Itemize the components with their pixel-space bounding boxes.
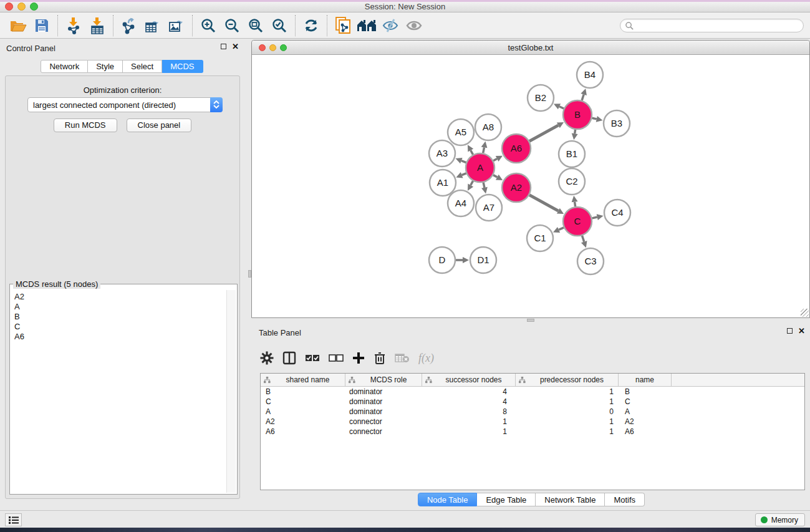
table-row[interactable]: Cdominator41C <box>261 397 804 407</box>
column-header-shared-name[interactable]: shared name <box>261 374 345 386</box>
cell: 4 <box>422 397 516 406</box>
select-all-rows-icon[interactable] <box>305 353 320 363</box>
deselect-all-rows-icon[interactable] <box>329 353 344 363</box>
window-resize-grip[interactable] <box>801 309 809 317</box>
zoom-out-icon[interactable] <box>220 15 244 36</box>
search-input[interactable] <box>634 20 803 31</box>
zoom-fit-icon[interactable] <box>244 15 268 36</box>
mcds-result-item[interactable]: A <box>14 302 226 312</box>
edge-A-A4[interactable] <box>471 181 473 185</box>
show-all-icon[interactable] <box>402 15 426 36</box>
edge-A-A3[interactable] <box>461 161 466 163</box>
column-header-MCDS-role[interactable]: MCDS role <box>345 374 422 386</box>
cell: A <box>261 407 345 416</box>
column-header-successor-nodes[interactable]: successor nodes <box>422 374 516 386</box>
control-panel-tabs: NetworkStyleSelectMCDS <box>0 60 244 73</box>
minimize-traffic-light[interactable] <box>17 2 26 11</box>
network-maximize-traffic-light[interactable] <box>280 44 287 51</box>
import-network-icon[interactable] <box>62 15 85 36</box>
mcds-result-item[interactable]: A2 <box>14 292 226 302</box>
edge-A-A7[interactable] <box>483 182 485 187</box>
column-settings-gear-icon[interactable] <box>260 351 274 365</box>
tab-edge-table[interactable]: Edge Table <box>477 493 536 506</box>
edge-B-B1[interactable] <box>575 130 576 134</box>
edge-A-A2[interactable] <box>493 175 497 177</box>
mcds-result-item[interactable]: A6 <box>14 332 226 342</box>
mcds-result-list[interactable]: A2ABCA6 <box>11 290 226 493</box>
delete-table-icon[interactable] <box>395 352 410 364</box>
table-row[interactable]: Bdominator41B <box>261 387 804 397</box>
float-panel-icon[interactable] <box>221 44 226 49</box>
edge-C-C1[interactable] <box>559 228 564 230</box>
delete-column-icon[interactable] <box>374 351 386 365</box>
export-image-icon[interactable] <box>165 15 188 36</box>
table-row[interactable]: A2connector11A2 <box>261 417 804 427</box>
column-header-predecessor-nodes[interactable]: predecessor nodes <box>516 374 619 386</box>
mcds-result-groupbox: MCDS result (5 nodes) A2ABCA6 <box>9 284 238 495</box>
edge-A-A8[interactable] <box>483 147 485 153</box>
hide-selected-icon[interactable] <box>378 15 402 36</box>
tab-motifs[interactable]: Motifs <box>605 493 645 506</box>
show-panels-menu-button[interactable] <box>5 513 22 526</box>
close-traffic-light[interactable] <box>5 2 13 11</box>
run-mcds-button[interactable]: Run MCDS <box>54 118 117 132</box>
edge-B-B4[interactable] <box>582 94 584 100</box>
node-table[interactable]: shared nameMCDS rolesuccessor nodesprede… <box>260 373 805 490</box>
close-table-panel-icon[interactable]: ✕ <box>798 327 805 334</box>
network-close-traffic-light[interactable] <box>259 44 266 51</box>
show-column-icon[interactable] <box>282 351 296 365</box>
mcds-result-item[interactable]: C <box>14 322 226 332</box>
table-row[interactable]: Adominator80A <box>261 407 804 417</box>
column-header-name[interactable]: name <box>619 374 672 386</box>
edge-C-C4[interactable] <box>592 217 597 218</box>
table-row[interactable]: A6connector11A6 <box>261 427 804 437</box>
mcds-result-item[interactable]: B <box>14 312 226 322</box>
edge-A6-B[interactable] <box>529 125 558 142</box>
first-neighbors-icon[interactable] <box>355 15 378 36</box>
network-minimize-traffic-light[interactable] <box>269 44 276 51</box>
edge-A-A6[interactable] <box>493 158 497 160</box>
new-network-from-selection-icon[interactable] <box>331 15 355 36</box>
zoom-selected-icon[interactable] <box>268 15 291 36</box>
horizontal-scroll-thumb[interactable] <box>527 319 534 322</box>
node-label-B: B <box>574 109 581 120</box>
tab-network[interactable]: Network <box>41 60 88 73</box>
edge-B-B2[interactable] <box>559 107 564 109</box>
open-session-icon[interactable] <box>6 15 30 36</box>
edge-A2-C[interactable] <box>529 195 558 211</box>
edge-C-C2[interactable] <box>575 202 576 207</box>
export-network-icon[interactable] <box>117 15 141 36</box>
network-canvas[interactable]: B4B2BB3A5A8A6A3B1AA1C2A2A4A7C4CC1DD1C3 <box>252 55 809 317</box>
maximize-traffic-light[interactable] <box>30 2 38 11</box>
criterion-select[interactable]: largest connected component (directed) <box>27 97 223 112</box>
mcds-result-scrollbar[interactable] <box>226 290 236 493</box>
tab-node-table[interactable]: Node Table <box>418 493 478 506</box>
close-panel-button[interactable]: Close panel <box>127 118 192 132</box>
tab-network-table[interactable]: Network Table <box>536 493 605 506</box>
window-title: Session: New Session <box>0 0 810 13</box>
node-label-B1: B1 <box>566 148 577 159</box>
edge-C-C3[interactable] <box>582 236 584 242</box>
tab-select[interactable]: Select <box>123 60 162 73</box>
table-panel: Table Panel ✕ f(x) shared nameMCDS roles… <box>253 324 810 508</box>
save-session-icon[interactable] <box>30 15 54 36</box>
network-window-titlebar[interactable]: testGlobe.txt <box>252 41 809 55</box>
function-builder-fx[interactable]: f(x) <box>418 352 434 365</box>
tab-mcds[interactable]: MCDS <box>162 60 203 73</box>
import-table-icon[interactable] <box>85 15 109 36</box>
vertical-scroll-thumb[interactable] <box>248 270 251 278</box>
table-body: Bdominator41BCdominator41CAdominator80AA… <box>261 387 804 437</box>
memory-button[interactable]: Memory <box>755 513 805 526</box>
close-panel-icon[interactable]: ✕ <box>232 43 239 50</box>
float-table-panel-icon[interactable] <box>787 328 793 334</box>
tab-style[interactable]: Style <box>88 60 123 73</box>
edge-B-B3[interactable] <box>592 118 596 119</box>
search-field[interactable] <box>620 19 804 32</box>
edge-A-A1[interactable] <box>462 173 466 175</box>
criterion-selected-value: largest connected component (directed) <box>28 100 210 110</box>
add-column-icon[interactable] <box>352 352 365 364</box>
edge-A-A5[interactable] <box>471 150 473 155</box>
layout-refresh-icon[interactable] <box>299 15 323 36</box>
export-table-icon[interactable] <box>141 15 165 36</box>
zoom-in-icon[interactable] <box>196 15 220 36</box>
